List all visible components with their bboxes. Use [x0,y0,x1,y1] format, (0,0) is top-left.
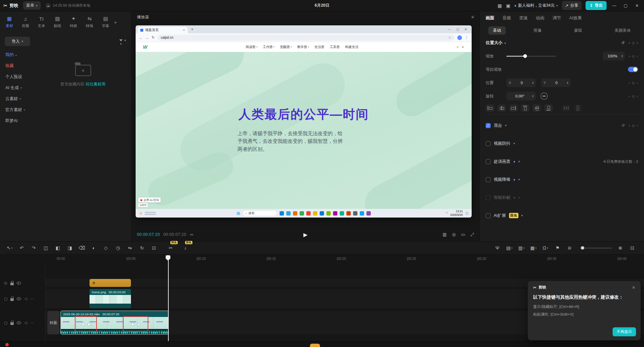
sidebar-item-presets[interactable]: 个人预设 [0,71,35,82]
position-y-input[interactable]: Y 0 ▴▾ [541,78,571,87]
media-tab-text[interactable]: TI 文本 [33,16,49,28]
marker-button[interactable]: ⚑ [552,243,562,253]
eye-icon[interactable] [17,321,21,324]
layout-icon[interactable]: ▣ [506,3,510,8]
align-bottom-button[interactable] [544,104,553,112]
media-tab-transitions[interactable]: ⇆ 转场 [82,16,98,28]
lock-icon[interactable] [10,298,14,301]
chevron-down-icon[interactable]: ▾ [518,160,520,163]
align-center-h-button[interactable] [497,104,506,112]
next-keyframe-icon[interactable]: › [637,81,638,85]
time-detail-icon[interactable]: ≔ [190,232,194,237]
tab-audio[interactable]: 音频 [502,15,511,21]
import-button[interactable]: 导入 ▾ [5,37,30,46]
hd-quality-checkbox[interactable] [486,159,491,164]
prev-keyframe-icon[interactable]: ‹ [629,123,630,127]
fit-view-icon[interactable]: ◎ [452,232,456,237]
sidebar-item-cloud-media[interactable]: 云素材 ▾ [0,93,35,104]
keyframe-diamond[interactable]: ◆ [137,322,140,326]
mask-button[interactable]: ◐ [89,243,99,253]
tab-adjust[interactable]: 调节 [552,15,561,21]
ratio-icon[interactable]: ▭ [461,232,465,237]
media-tab-effects[interactable]: ✦ 特效 [65,16,82,28]
fullscreen-icon[interactable]: ⤢ [471,232,474,237]
smart-cutout-button[interactable]: ✂ 限免 [166,243,176,253]
promo-banner[interactable]: ♦ 新人福利，立省34元 ▾ [514,3,558,8]
prev-keyframe-icon[interactable]: ‹ [629,94,630,98]
media-tab-captions[interactable]: ▤ 字幕 [98,16,114,28]
export-button[interactable]: ↧ 导出 [586,1,607,10]
timeline-ruler[interactable]: 00:00 |00:05 |00:10 |00:15 |00:20 |00:25… [0,255,644,263]
chevron-down-icon[interactable]: ▾ [505,124,507,127]
eye-icon[interactable] [17,297,21,300]
position-x-input[interactable]: X 0 ▴▾ [506,78,536,87]
stabilize-checkbox[interactable] [486,141,491,146]
add-keyframe-icon[interactable]: ◇ [632,54,635,58]
distribute-v-button[interactable] [574,104,582,112]
go-to-library-link[interactable]: 前往素材库 [86,82,106,86]
ai-expand-checkbox[interactable] [486,213,491,218]
track-type-icon[interactable]: ▢ [4,297,7,301]
stepper[interactable]: ▴▾ [532,95,533,98]
slider-knob[interactable] [523,54,527,58]
tab-animation[interactable]: 动画 [536,15,544,21]
next-keyframe-icon[interactable]: › [637,123,638,127]
chevron-down-icon[interactable]: ▾ [521,214,523,217]
mute-icon[interactable]: ◁ [24,321,27,325]
image-clip[interactable]: home.png 00:00:03:00 [90,289,131,308]
media-tab-audio[interactable]: ♫ 音频 [17,16,33,28]
add-keyframe-icon[interactable]: ◇ [632,123,635,128]
prev-keyframe-icon[interactable]: ‹ [629,54,630,58]
next-keyframe-icon[interactable]: › [637,41,638,45]
timeline-fit-button[interactable]: ⊡ [627,243,637,253]
align-left-button[interactable] [486,104,494,112]
reset-icon[interactable]: ↺ [621,40,625,45]
keyframe-diamond[interactable]: ◆ [82,322,84,326]
scale-slider[interactable] [506,56,556,57]
crop-button[interactable]: ⊡ [149,243,159,253]
quality-icon[interactable]: ▥ [443,232,447,237]
subtab-beauty[interactable]: 美颜美体 [610,26,635,35]
more-icon[interactable]: ⋯ [30,321,34,325]
keyframe-diamond[interactable]: ◆ [131,322,134,326]
timeline-zoom-out-button[interactable]: ⊖ [565,243,575,253]
rotate-knob[interactable] [540,92,548,100]
subtab-cutout[interactable]: 抠像 [529,26,546,35]
subtab-basic[interactable]: 基础 [488,26,506,35]
select-tool-button[interactable]: ↖ ▾ [5,243,15,253]
sidebar-item-favorites[interactable]: 收藏 [0,60,35,71]
more-tabs-icon[interactable]: » [114,20,117,25]
share-button[interactable]: ↗ 分享 [562,1,582,10]
mirror-button[interactable]: ⇋ [125,243,135,253]
rotate-button[interactable]: ↻ [137,243,147,253]
frame-interpolation-checkbox[interactable] [486,195,491,200]
track-view-button-3[interactable]: ▦ ▾ [528,243,538,253]
keyframe-diamond[interactable]: ◆ [88,322,90,326]
sidebar-item-jimeng-ai[interactable]: 即梦AI [0,115,35,126]
stepper[interactable]: ▴▾ [532,81,533,84]
tab-picture[interactable]: 画面 [486,15,494,21]
record-audio-button[interactable]: Ψ [492,243,502,253]
undo-button[interactable]: ↶ [17,243,27,253]
prev-keyframe-icon[interactable]: ‹ [629,81,630,85]
freeze-frame-button[interactable]: ◷ [113,243,123,253]
chevron-down-icon[interactable]: ▾ [513,142,515,145]
next-keyframe-icon[interactable]: › [637,94,638,98]
media-tab-materials[interactable]: ▦ 素材 [1,16,17,28]
add-keyframe-icon[interactable]: ◇ [632,81,635,85]
slider-knob[interactable] [581,246,584,250]
align-top-button[interactable] [521,104,529,112]
sticker-clip[interactable]: ❀ [90,279,131,287]
menu-button[interactable]: 菜单 ▾ [23,1,41,10]
add-keyframe-icon[interactable]: ◇ [632,41,635,45]
stepper[interactable]: ▴▾ [622,55,623,58]
stepper[interactable]: ▴▾ [567,81,568,84]
cover-button[interactable]: 封面 [47,311,59,334]
align-center-v-button[interactable] [532,104,541,112]
reset-icon[interactable]: ↺ [621,123,625,128]
track-view-button-1[interactable]: ▤ ▾ [504,243,514,253]
mute-icon[interactable]: ◁ [24,297,27,301]
delete-button[interactable]: ⌫ [77,243,87,253]
more-icon[interactable]: ⋯ [30,297,34,301]
split-keep-left-button[interactable]: ◧ [53,243,63,253]
